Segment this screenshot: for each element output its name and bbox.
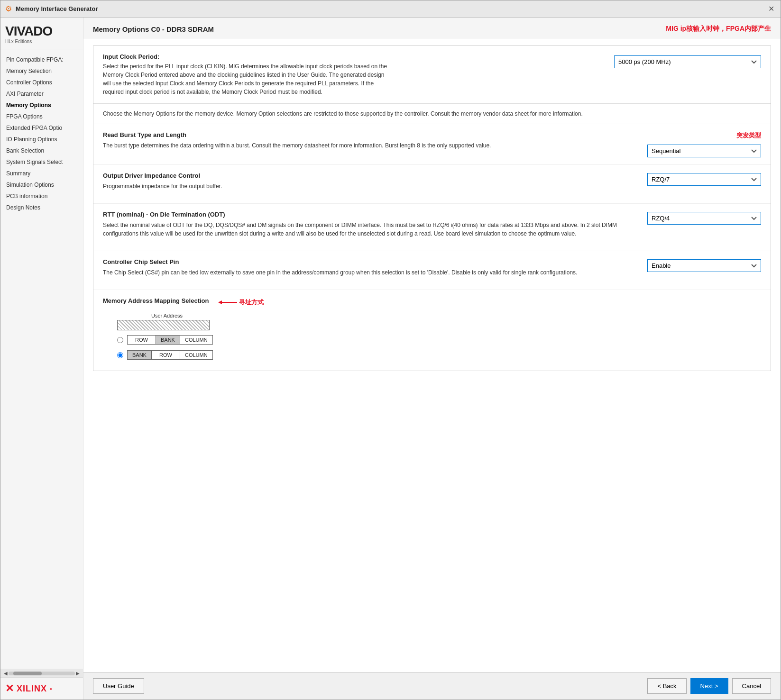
chip-select-desc: The Chip Select (CS#) pin can be tied lo… bbox=[103, 268, 638, 277]
segment-row-bank-col: ROW BANK COLUMN bbox=[127, 335, 213, 345]
sidebar-item-system-signals[interactable]: System Signals Select bbox=[0, 156, 83, 168]
output-driver-text: Output Driver Impedance Control Programm… bbox=[103, 172, 638, 196]
xilinx-dot: ● bbox=[50, 687, 52, 691]
chip-select-section: Controller Chip Select Pin The Chip Sele… bbox=[93, 251, 771, 290]
vivado-brand: VIVADO bbox=[5, 25, 78, 38]
output-driver-select[interactable]: RZQ/7 RZQ/6 RZQ/5 bbox=[647, 173, 761, 186]
window-icon: ⚙ bbox=[5, 4, 12, 13]
radio-bank-row-col[interactable] bbox=[117, 352, 123, 358]
sidebar-logo: VIVADO HLx Editions bbox=[0, 18, 83, 49]
scroll-left-icon[interactable]: ◀ bbox=[3, 670, 9, 677]
seg-bank: BANK bbox=[156, 336, 180, 344]
scroll-right-icon[interactable]: ▶ bbox=[75, 670, 81, 677]
footer: User Guide < Back Next > Cancel bbox=[83, 672, 781, 700]
burst-annotation: 突发类型 bbox=[736, 131, 761, 140]
vivado-logo: VIVADO HLx Editions bbox=[5, 25, 78, 44]
mapping-annotation: 寻址方式 bbox=[239, 298, 264, 307]
burst-section: Read Burst Type and Length The burst typ… bbox=[93, 124, 771, 165]
sidebar-item-design-notes[interactable]: Design Notes bbox=[0, 202, 83, 213]
sidebar-item-simulation[interactable]: Simulation Options bbox=[0, 179, 83, 191]
clock-label: Input Clock Period: bbox=[103, 53, 159, 60]
segment-bank-row-col: BANK ROW COLUMN bbox=[127, 350, 213, 360]
page-title: Memory Options C0 - DDR3 SDRAM bbox=[93, 25, 214, 33]
sidebar-bottom: ✕ XILINX ● bbox=[0, 677, 83, 700]
cancel-button[interactable]: Cancel bbox=[732, 678, 771, 694]
seg-row: ROW bbox=[128, 336, 156, 344]
address-diagram: User Address ROW BANK COLUMN bbox=[117, 313, 761, 364]
sidebar-item-bank-selection[interactable]: Bank Selection bbox=[0, 145, 83, 156]
burst-header: Read Burst Type and Length bbox=[103, 131, 638, 138]
rtt-select[interactable]: RZQ/4 RZQ/6 RZQ/8 Disabled bbox=[647, 212, 761, 225]
sidebar-scrollbar[interactable]: ◀ ▶ bbox=[0, 669, 83, 677]
sidebar-nav: Pin Compatible FPGA: Memory Selection Co… bbox=[0, 49, 83, 364]
rtt-section: RTT (nominal) - On Die Termination (ODT)… bbox=[93, 204, 771, 251]
sidebar-item-summary[interactable]: Summary bbox=[0, 168, 83, 179]
vivado-subtitle: HLx Editions bbox=[5, 39, 78, 44]
svg-marker-1 bbox=[218, 300, 222, 304]
chip-select-header: Controller Chip Select Pin bbox=[103, 258, 638, 265]
chip-select-text: Controller Chip Select Pin The Chip Sele… bbox=[103, 258, 638, 282]
xilinx-brand: XILINX bbox=[17, 684, 47, 694]
burst-type-select[interactable]: Sequential Interleaved bbox=[647, 145, 761, 157]
footer-left: User Guide bbox=[93, 678, 144, 694]
seg-column: COLUMN bbox=[180, 336, 212, 344]
sidebar-item-pin-compatible[interactable]: Pin Compatible FPGA: bbox=[0, 54, 83, 65]
main-window: ⚙ Memory Interface Generator ✕ VIVADO HL… bbox=[0, 0, 781, 700]
next-button[interactable]: Next > bbox=[690, 678, 728, 694]
sidebar-item-io-planning[interactable]: IO Planning Options bbox=[0, 134, 83, 145]
rtt-text: RTT (nominal) - On Die Termination (ODT)… bbox=[103, 211, 638, 244]
clock-period-select[interactable]: 5000 ps (200 MHz)4000 ps (250 MHz)3000 p… bbox=[614, 55, 761, 68]
input-clock-section: Input Clock Period: Select the period fo… bbox=[93, 46, 771, 104]
content-body: Input Clock Period: Select the period fo… bbox=[83, 38, 781, 672]
burst-text: Read Burst Type and Length The burst typ… bbox=[103, 131, 638, 155]
window-title: Memory Interface Generator bbox=[16, 5, 763, 12]
chip-select-row: Controller Chip Select Pin The Chip Sele… bbox=[103, 258, 761, 282]
mapping-option-bank-row-col: BANK ROW COLUMN bbox=[117, 350, 213, 360]
mapping-option-row-bank-col: ROW BANK COLUMN bbox=[117, 335, 213, 345]
output-driver-header: Output Driver Impedance Control bbox=[103, 172, 638, 179]
seg-row2: ROW bbox=[152, 351, 180, 359]
radio-row-bank-col[interactable] bbox=[117, 337, 123, 343]
user-address-bar bbox=[117, 320, 210, 330]
arrow-left-icon bbox=[218, 299, 237, 306]
mapping-header: Memory Address Mapping Selection bbox=[103, 297, 209, 304]
scrollbar-thumb[interactable] bbox=[13, 672, 42, 675]
output-driver-control: RZQ/7 RZQ/6 RZQ/5 bbox=[647, 172, 761, 186]
sidebar-item-fpga-options[interactable]: FPGA Options bbox=[0, 111, 83, 122]
burst-row: Read Burst Type and Length The burst typ… bbox=[103, 131, 761, 157]
chip-select-select[interactable]: Enable Disable bbox=[647, 259, 761, 272]
back-button[interactable]: < Back bbox=[647, 678, 686, 694]
clock-control: 5000 ps (200 MHz)4000 ps (250 MHz)3000 p… bbox=[614, 53, 761, 68]
rtt-row: RTT (nominal) - On Die Termination (ODT)… bbox=[103, 211, 761, 244]
seg-bank2: BANK bbox=[128, 351, 152, 359]
output-driver-row: Output Driver Impedance Control Programm… bbox=[103, 172, 761, 196]
mapping-section: Memory Address Mapping Selection 寻址方式 bbox=[93, 290, 771, 371]
addr-diagram-label: User Address bbox=[119, 313, 214, 318]
sidebar: VIVADO HLx Editions Pin Compatible FPGA:… bbox=[0, 18, 83, 700]
main-content: VIVADO HLx Editions Pin Compatible FPGA:… bbox=[0, 18, 781, 700]
rtt-control: RZQ/4 RZQ/6 RZQ/8 Disabled bbox=[647, 211, 761, 225]
footer-right: < Back Next > Cancel bbox=[647, 678, 771, 694]
sidebar-item-memory-options[interactable]: Memory Options bbox=[0, 100, 83, 111]
burst-control: Sequential Interleaved bbox=[647, 144, 761, 157]
clock-text: Input Clock Period: Select the period fo… bbox=[103, 53, 605, 96]
header-annotation: MIG ip核输入时钟，FPGA内部产生 bbox=[666, 25, 771, 33]
xilinx-x-icon: ✕ bbox=[5, 682, 14, 695]
chip-select-control: Enable Disable bbox=[647, 258, 761, 272]
seg-column2: COLUMN bbox=[180, 351, 212, 359]
close-button[interactable]: ✕ bbox=[766, 4, 776, 14]
rtt-header: RTT (nominal) - On Die Termination (ODT) bbox=[103, 211, 638, 218]
sidebar-item-extended-fpga[interactable]: Extended FPGA Optio bbox=[0, 122, 83, 134]
sidebar-item-pcb-information[interactable]: PCB information bbox=[0, 191, 83, 202]
sidebar-item-memory-selection[interactable]: Memory Selection bbox=[0, 65, 83, 77]
user-guide-button[interactable]: User Guide bbox=[93, 678, 144, 694]
burst-desc: The burst type determines the data order… bbox=[103, 141, 638, 150]
sidebar-item-axi-parameter[interactable]: AXI Parameter bbox=[0, 88, 83, 100]
xilinx-logo: ✕ XILINX ● bbox=[5, 682, 78, 695]
title-bar: ⚙ Memory Interface Generator ✕ bbox=[0, 0, 781, 18]
scrollbar-track bbox=[9, 672, 75, 675]
sidebar-item-controller-options[interactable]: Controller Options bbox=[0, 77, 83, 88]
output-driver-desc: Programmable impedance for the output bu… bbox=[103, 182, 638, 191]
options-section-box: Input Clock Period: Select the period fo… bbox=[93, 45, 771, 371]
content-area: Memory Options C0 - DDR3 SDRAM MIG ip核输入… bbox=[83, 18, 781, 700]
